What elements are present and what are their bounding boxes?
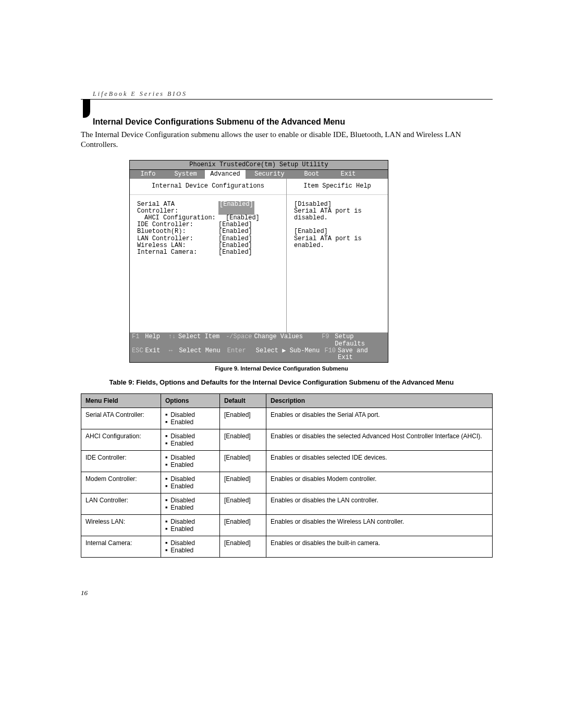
table-row: Internal Camera:DisabledEnabled[Enabled]… [81,536,493,558]
th-description: Description [266,394,493,408]
cell-description: Enables or disables the LAN controller. [266,493,493,515]
option-item: Enabled [165,504,215,511]
bios-help-line: disabled. [294,215,383,221]
bios-item-value: [Enabled] [218,228,252,235]
bios-item-label: Serial ATA Controller: [137,201,218,215]
bios-item: Serial ATA Controller:[Enabled] [137,201,286,215]
cell-options: DisabledEnabled [161,515,220,536]
key-leftright-label: Select Menu [179,348,227,361]
key-enter-label: Select ▶ Sub-Menu [256,348,325,361]
cell-options: DisabledEnabled [161,451,220,472]
option-item: Disabled [165,411,215,418]
figure-caption: Figure 9. Internal Device Configuration … [0,365,563,372]
cell-menu-field: Internal Camera: [81,536,161,558]
table-row: IDE Controller:DisabledEnabled[Enabled]E… [81,451,493,472]
key-f9-label: Setup Defaults [335,334,386,347]
bios-item: Internal Camera:[Enabled] [137,249,286,256]
option-item: Disabled [165,539,215,547]
option-item: Enabled [165,418,215,426]
key-f1: F1 [132,334,145,347]
bios-item-label: LAN Controller: [137,236,218,242]
cell-menu-field: Serial ATA Controller: [81,408,161,429]
section-paragraph: The Internal Device Configuration submen… [81,130,493,150]
bios-item-value: [Enabled] [218,242,252,249]
table-caption: Table 9: Fields, Options and Defaults fo… [0,378,563,386]
option-item: Disabled [165,475,215,483]
cell-options: DisabledEnabled [161,536,220,558]
bios-footer: F1 Help ↑↓ Select Item -/Space Change Va… [130,332,388,362]
bios-tab-advanced: Advanced [205,170,246,179]
cell-description: Enables or disables selected IDE devices… [266,451,493,472]
bios-tabs: Info System Advanced Security Boot Exit [130,170,388,179]
section-heading: Internal Device Configurations Submenu o… [93,117,345,127]
table-row: Modem Controller:DisabledEnabled[Enabled… [81,472,493,493]
bios-item: Bluetooth(R):[Enabled] [137,228,286,235]
cell-default: [Enabled] [220,408,266,429]
bios-tab-boot: Boot [293,170,330,179]
bios-item-value: [Enabled] [218,249,252,256]
option-item: Enabled [165,525,215,533]
cell-description: Enables or disables Modem controller. [266,472,493,493]
key-updown: ↑↓ [168,334,178,347]
cell-options: DisabledEnabled [161,493,220,515]
cell-default: [Enabled] [220,472,266,493]
options-table: Menu Field Options Default Description S… [81,393,493,558]
cell-menu-field: LAN Controller: [81,493,161,515]
option-item: Enabled [165,461,215,468]
cell-menu-field: IDE Controller: [81,451,161,472]
bios-screenshot: Phoenix TrustedCore(tm) Setup Utility In… [129,160,388,363]
table-row: AHCI Configuration:DisabledEnabled[Enabl… [81,429,493,451]
cell-menu-field: Wireless LAN: [81,515,161,536]
bios-help-line: [Disabled] [294,201,383,208]
cell-options: DisabledEnabled [161,472,220,493]
bios-item: LAN Controller:[Enabled] [137,236,286,242]
tab-marker-icon [83,99,92,118]
bios-help-line: Serial ATA port is [294,208,383,215]
table-row: Wireless LAN:DisabledEnabled[Enabled]Ena… [81,515,493,536]
key-esc: ESC [132,348,145,361]
key-updown-label: Select Item [178,334,226,347]
option-item: Disabled [165,497,215,504]
key-leftright: ↔ [169,348,179,361]
bios-item-value: [Enabled] [218,201,254,215]
table-row: Serial ATA Controller:DisabledEnabled[En… [81,408,493,429]
table-row: LAN Controller:DisabledEnabled[Enabled]E… [81,493,493,515]
th-options: Options [161,394,220,408]
bios-item-label: Bluetooth(R): [137,228,218,235]
key-f10: F10 [324,348,338,361]
cell-description: Enables or disables the selected Advance… [266,429,493,451]
bios-submenu-title: Internal Device Configurations [130,179,286,194]
bios-item: Wireless LAN:[Enabled] [137,242,286,249]
cell-description: Enables or disables the Serial ATA port. [266,408,493,429]
key-f1-label: Help [145,334,168,347]
key-f9: F9 [322,334,335,347]
cell-description: Enables or disables the Wireless LAN con… [266,515,493,536]
cell-default: [Enabled] [220,493,266,515]
option-item: Enabled [165,547,215,554]
bios-help-line: [Enabled] [294,228,383,235]
th-menu-field: Menu Field [81,394,161,408]
bios-help-line: enabled. [294,242,383,249]
cell-menu-field: AHCI Configuration: [81,429,161,451]
key-space-label: Change Values [254,334,322,347]
header-rule [81,99,493,100]
key-space: -/Space [226,334,254,347]
cell-default: [Enabled] [220,429,266,451]
option-item: Disabled [165,433,215,440]
bios-tab-info: Info [130,170,166,179]
bios-title: Phoenix TrustedCore(tm) Setup Utility [130,161,388,170]
cell-default: [Enabled] [220,536,266,558]
option-item: Enabled [165,440,215,447]
running-header: LifeBook E Series BIOS [93,90,187,98]
cell-default: [Enabled] [220,515,266,536]
cell-options: DisabledEnabled [161,408,220,429]
bios-help-line: Serial ATA port is [294,236,383,242]
option-item: Enabled [165,483,215,490]
cell-description: Enables or disables the built-in camera. [266,536,493,558]
cell-menu-field: Modem Controller: [81,472,161,493]
cell-options: DisabledEnabled [161,429,220,451]
option-item: Disabled [165,454,215,461]
bios-tab-security: Security [246,170,293,179]
bios-item-value: [Enabled] [218,236,252,242]
th-default: Default [220,394,266,408]
